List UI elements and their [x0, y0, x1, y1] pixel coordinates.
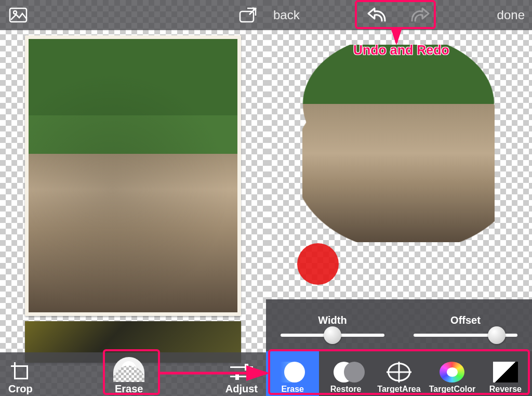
left-canvas[interactable]: [0, 30, 266, 352]
share-button[interactable]: [237, 4, 259, 26]
redo-icon: [409, 6, 431, 24]
photo-frame: [25, 35, 241, 316]
crop-icon: [10, 361, 31, 382]
crop-label: Crop: [8, 383, 33, 395]
tool-erase-label: Erase: [281, 385, 304, 394]
redo-button[interactable]: [409, 4, 431, 26]
tool-restore[interactable]: Restore: [319, 351, 372, 396]
tool-target-area-icon: [387, 362, 411, 382]
slider-row: Width Offset: [266, 299, 532, 351]
left-pane: Crop Erase Adjust: [0, 0, 266, 396]
right-topbar: back done: [266, 0, 532, 30]
done-button[interactable]: done: [497, 8, 525, 22]
tool-restore-label: Restore: [330, 385, 362, 394]
photo-cat: [29, 39, 237, 312]
tool-target-color[interactable]: TargetColor: [425, 351, 478, 396]
brush-indicator[interactable]: [297, 243, 339, 285]
undo-icon: [366, 6, 388, 24]
undo-button[interactable]: [366, 4, 388, 26]
width-slider-knob[interactable]: [324, 326, 341, 344]
tool-reverse-label: Reverse: [489, 385, 522, 394]
tool-target-area-label: TargetArea: [377, 385, 420, 394]
tool-reverse[interactable]: Reverse: [479, 351, 532, 396]
offset-slider[interactable]: [414, 334, 517, 337]
app-root: Crop Erase Adjust back: [0, 0, 532, 396]
tool-restore-icon: [334, 362, 358, 382]
width-slider[interactable]: [281, 334, 384, 337]
width-slider-label: Width: [318, 314, 347, 326]
erase-icon: [113, 357, 144, 382]
crop-tool[interactable]: Crop: [8, 361, 33, 395]
erase-label: Erase: [115, 383, 143, 395]
adjust-label: Adjust: [225, 383, 258, 395]
gallery-icon: [9, 7, 28, 23]
tool-target-area[interactable]: TargetArea: [373, 351, 425, 396]
annotation-undoredo-label: Undo and Redo: [353, 43, 449, 58]
right-pane: back done Width: [266, 0, 532, 396]
left-topbar: [0, 0, 266, 30]
tool-target-color-label: TargetColor: [429, 385, 475, 394]
erase-tool[interactable]: Erase: [113, 357, 144, 395]
cutout-preview: [302, 45, 495, 242]
tool-erase-icon: [280, 362, 305, 382]
tool-row: Erase Restore TargetArea TargetColor Rev…: [266, 351, 532, 396]
gallery-button[interactable]: [7, 4, 29, 26]
tool-target-color-icon: [440, 362, 464, 382]
svg-point-1: [14, 11, 17, 14]
annotation-arrow-erase-to-tools: [156, 364, 275, 385]
right-canvas[interactable]: [266, 30, 532, 299]
offset-slider-knob[interactable]: [488, 326, 506, 344]
back-button[interactable]: back: [273, 8, 300, 22]
share-icon: [238, 6, 258, 24]
offset-slider-label: Offset: [450, 314, 481, 326]
tool-reverse-icon: [493, 362, 518, 382]
